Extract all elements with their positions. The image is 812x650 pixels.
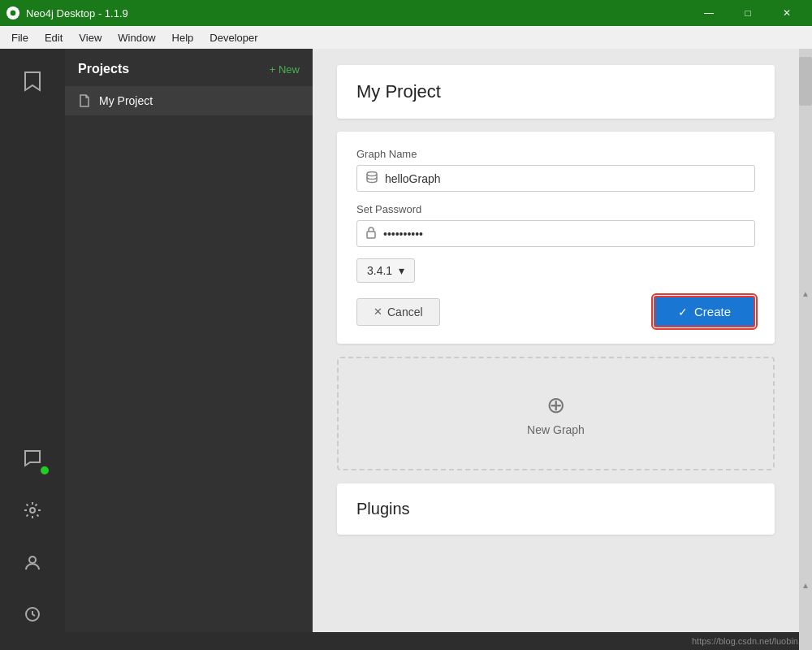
project-item-my-project[interactable]: My Project — [65, 86, 313, 115]
svg-point-4 — [367, 172, 377, 176]
status-url: https://blog.csdn.net/luobin... — [692, 636, 806, 646]
project-name: My Project — [99, 94, 153, 107]
new-graph-label: New Graph — [527, 423, 585, 436]
menu-edit[interactable]: Edit — [37, 28, 71, 47]
project-file-icon — [78, 94, 91, 107]
cancel-label: Cancel — [387, 306, 423, 318]
graph-name-input[interactable] — [385, 172, 746, 185]
title-bar: Neo4j Desktop - 1.1.9 — □ ✕ — [0, 0, 812, 26]
scroll-arrow-up[interactable]: ▲ — [799, 289, 812, 298]
menu-window[interactable]: Window — [110, 28, 163, 47]
graph-name-label: Graph Name — [356, 148, 755, 160]
sidebar-plugins-button[interactable] — [8, 590, 57, 639]
x-icon: ✕ — [374, 306, 382, 318]
sidebar-settings-button[interactable] — [8, 486, 57, 535]
sidebar-chat-button[interactable] — [8, 434, 57, 483]
app-icon — [6, 6, 19, 20]
new-project-button[interactable]: + New — [270, 63, 300, 76]
minimize-button[interactable]: — — [690, 0, 728, 26]
menu-developer[interactable]: Developer — [201, 28, 266, 47]
sidebar-bookmark-button[interactable] — [8, 57, 57, 106]
scroll-arrow-down[interactable]: ▲ — [799, 581, 812, 590]
icon-sidebar — [0, 49, 65, 650]
form-actions: ✕ Cancel ✓ Create — [356, 296, 755, 327]
password-input[interactable] — [383, 228, 746, 240]
graph-name-input-wrapper — [356, 165, 755, 192]
version-dropdown[interactable]: 3.4.1 ▾ — [356, 258, 415, 283]
svg-point-2 — [29, 557, 36, 563]
projects-sidebar: Projects + New My Project — [65, 49, 313, 650]
password-label: Set Password — [356, 203, 755, 215]
lock-icon — [365, 226, 377, 241]
app-body: Projects + New My Project ▲ ▲ My Project — [0, 49, 812, 650]
menu-help[interactable]: Help — [164, 28, 202, 47]
svg-point-1 — [30, 508, 35, 513]
menu-file[interactable]: File — [3, 28, 37, 47]
projects-header: Projects + New — [65, 49, 313, 86]
main-content: ▲ ▲ My Project Graph Name — [313, 49, 812, 650]
cancel-button[interactable]: ✕ Cancel — [356, 298, 440, 326]
create-button[interactable]: ✓ Create — [654, 296, 755, 327]
create-label: Create — [694, 305, 731, 318]
svg-point-0 — [10, 10, 16, 16]
projects-title: Projects — [78, 62, 129, 76]
menu-bar: File Edit View Window Help Developer — [0, 26, 812, 49]
online-indicator — [41, 466, 49, 474]
check-icon: ✓ — [678, 306, 688, 318]
status-bar: https://blog.csdn.net/luobin... — [0, 632, 812, 650]
project-title: My Project — [356, 81, 755, 102]
svg-rect-5 — [367, 232, 375, 238]
database-icon — [365, 171, 378, 186]
version-label: 3.4.1 — [367, 264, 392, 277]
create-form-section: Graph Name Set Password — [337, 132, 775, 344]
new-graph-plus-icon: ⊕ — [546, 392, 565, 418]
app-title: Neo4j Desktop - 1.1.9 — [26, 7, 128, 20]
sidebar-user-button[interactable] — [8, 538, 57, 587]
chevron-down-icon: ▾ — [399, 264, 404, 277]
scrollbar-thumb[interactable] — [799, 57, 812, 106]
scrollbar-track[interactable]: ▲ ▲ — [799, 49, 812, 650]
close-button[interactable]: ✕ — [768, 0, 806, 26]
plugins-title: Plugins — [356, 500, 755, 518]
menu-view[interactable]: View — [71, 28, 110, 47]
maximize-button[interactable]: □ — [729, 0, 767, 26]
project-title-section: My Project — [337, 65, 775, 119]
plugins-section: Plugins — [337, 483, 775, 535]
password-input-wrapper — [356, 220, 755, 247]
new-graph-section[interactable]: ⊕ New Graph — [337, 357, 775, 470]
